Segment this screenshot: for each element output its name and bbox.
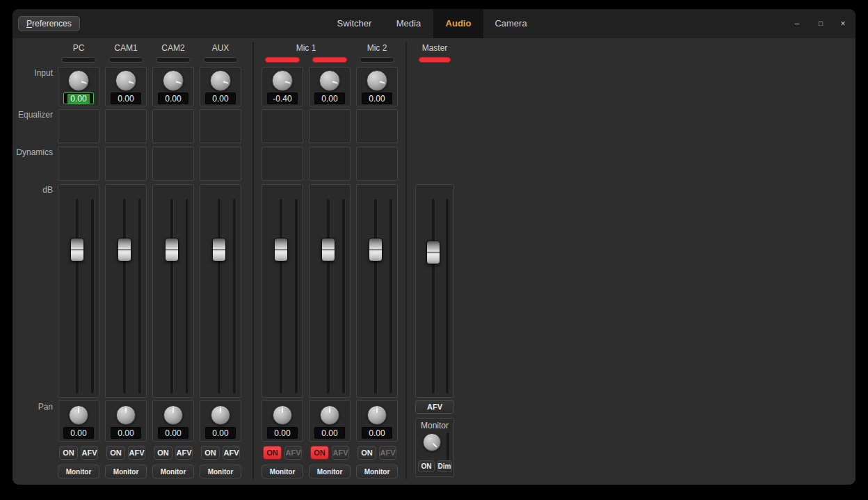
- input-gain-knob[interactable]: [68, 70, 89, 91]
- input-gain-knob[interactable]: [272, 70, 293, 91]
- on-button[interactable]: ON: [310, 446, 329, 460]
- equalizer-section[interactable]: [356, 109, 398, 143]
- master-fader-handle[interactable]: [426, 241, 440, 264]
- monitor-on-button[interactable]: ON: [418, 460, 435, 472]
- monitor-button[interactable]: Monitor: [152, 465, 194, 478]
- dynamics-section[interactable]: [309, 147, 351, 181]
- pan-value[interactable]: 0.00: [63, 427, 94, 439]
- dynamics-section[interactable]: [356, 147, 398, 181]
- pan-value[interactable]: 0.00: [314, 427, 345, 439]
- input-gain-knob[interactable]: [163, 70, 184, 91]
- on-button[interactable]: ON: [106, 446, 125, 460]
- input-gain-knob[interactable]: [367, 70, 387, 91]
- close-icon[interactable]: ×: [836, 17, 850, 31]
- afv-button[interactable]: AFV: [81, 446, 98, 460]
- master-level-indicator: [419, 57, 451, 63]
- monitor-volume-knob[interactable]: [423, 433, 441, 451]
- pan-value[interactable]: 0.00: [267, 427, 298, 439]
- tab-camera[interactable]: Camera: [486, 9, 536, 38]
- dynamics-section[interactable]: [200, 147, 241, 181]
- tab-audio[interactable]: Audio: [433, 9, 483, 38]
- audio-mixer-panel: Input Equalizer Dynamics dB Pan PCCAM1CA…: [13, 38, 855, 485]
- input-gain-value[interactable]: -0.40: [267, 92, 298, 104]
- tab-media[interactable]: Media: [384, 9, 433, 38]
- equalizer-section[interactable]: [200, 109, 241, 143]
- level-indicator: [360, 57, 394, 63]
- input-gain-value[interactable]: 0.00: [158, 92, 188, 104]
- on-button[interactable]: ON: [154, 446, 172, 460]
- maximize-icon[interactable]: □: [814, 17, 828, 31]
- fader-handle[interactable]: [321, 238, 335, 261]
- row-label-equalizer: Equalizer: [13, 110, 53, 120]
- fader-track: [170, 199, 173, 394]
- equalizer-section[interactable]: [152, 109, 194, 143]
- minimize-icon[interactable]: –: [790, 17, 804, 31]
- fader-handle[interactable]: [369, 238, 383, 261]
- input-gain-value[interactable]: 0.00: [362, 92, 392, 104]
- equalizer-section[interactable]: [309, 109, 351, 143]
- row-label-pan: Pan: [13, 402, 53, 412]
- input-gain-text: 0.00: [321, 94, 337, 104]
- monitor-dim-button[interactable]: Dim: [437, 460, 452, 472]
- pan-knob[interactable]: [367, 405, 387, 425]
- pan-value[interactable]: 0.00: [158, 427, 188, 439]
- input-gain-value[interactable]: 0.00: [205, 92, 236, 104]
- pan-knob[interactable]: [273, 405, 292, 425]
- equalizer-section[interactable]: [58, 109, 99, 143]
- afv-button[interactable]: AFV: [223, 446, 240, 460]
- afv-button[interactable]: AFV: [175, 446, 193, 460]
- input-gain-value[interactable]: 0.00: [111, 92, 141, 104]
- afv-button[interactable]: AFV: [284, 446, 302, 460]
- fader-handle[interactable]: [165, 238, 179, 261]
- row-label-db: dB: [13, 185, 53, 195]
- pan-knob[interactable]: [163, 405, 183, 425]
- monitor-button[interactable]: Monitor: [309, 465, 351, 478]
- pan-knob[interactable]: [320, 405, 339, 425]
- master-label: Master: [415, 43, 454, 54]
- dynamics-section[interactable]: [105, 147, 147, 181]
- afv-button[interactable]: AFV: [332, 446, 349, 460]
- equalizer-section[interactable]: [105, 109, 147, 143]
- fader-track: [432, 199, 435, 394]
- dynamics-section[interactable]: [152, 147, 194, 181]
- fader-handle[interactable]: [212, 238, 226, 261]
- on-button[interactable]: ON: [357, 446, 376, 460]
- meter-track: [446, 199, 449, 394]
- pan-knob[interactable]: [116, 405, 136, 425]
- monitor-button[interactable]: Monitor: [105, 465, 147, 478]
- tab-switcher[interactable]: Switcher: [329, 9, 380, 38]
- input-gain-knob[interactable]: [115, 70, 136, 91]
- pan-value[interactable]: 0.00: [362, 427, 392, 439]
- pan-value[interactable]: 0.00: [111, 427, 141, 439]
- preferences-button[interactable]: Preferences: [18, 16, 80, 31]
- meter-track: [342, 199, 345, 394]
- input-gain-text: 0.00: [118, 94, 134, 104]
- master-afv-button[interactable]: AFV: [415, 400, 454, 414]
- on-button[interactable]: ON: [59, 446, 78, 460]
- fader-handle[interactable]: [274, 238, 288, 261]
- pan-value-text: 0.00: [212, 428, 228, 438]
- monitor-button[interactable]: Monitor: [262, 465, 303, 478]
- equalizer-section[interactable]: [262, 109, 303, 143]
- input-section: 0.00: [152, 67, 194, 106]
- input-gain-value[interactable]: 0.00: [314, 92, 345, 104]
- monitor-button[interactable]: Monitor: [356, 465, 398, 478]
- pan-knob[interactable]: [211, 405, 230, 425]
- monitor-button[interactable]: Monitor: [58, 465, 99, 478]
- input-gain-knob[interactable]: [210, 70, 231, 91]
- dynamics-section[interactable]: [262, 147, 303, 181]
- pan-value[interactable]: 0.00: [205, 427, 236, 439]
- pan-knob[interactable]: [69, 405, 88, 425]
- on-button[interactable]: ON: [201, 446, 220, 460]
- input-gain-value[interactable]: 0.00: [63, 92, 94, 104]
- fader-handle[interactable]: [118, 238, 131, 261]
- afv-button[interactable]: AFV: [379, 446, 396, 460]
- on-button[interactable]: ON: [263, 446, 282, 460]
- fader-handle[interactable]: [70, 238, 84, 261]
- input-gain-knob[interactable]: [319, 70, 340, 91]
- dynamics-section[interactable]: [58, 147, 99, 181]
- monitor-button[interactable]: Monitor: [200, 465, 241, 478]
- level-indicator: [108, 57, 143, 63]
- afv-button[interactable]: AFV: [128, 446, 145, 460]
- pan-section: 0.00: [105, 400, 147, 442]
